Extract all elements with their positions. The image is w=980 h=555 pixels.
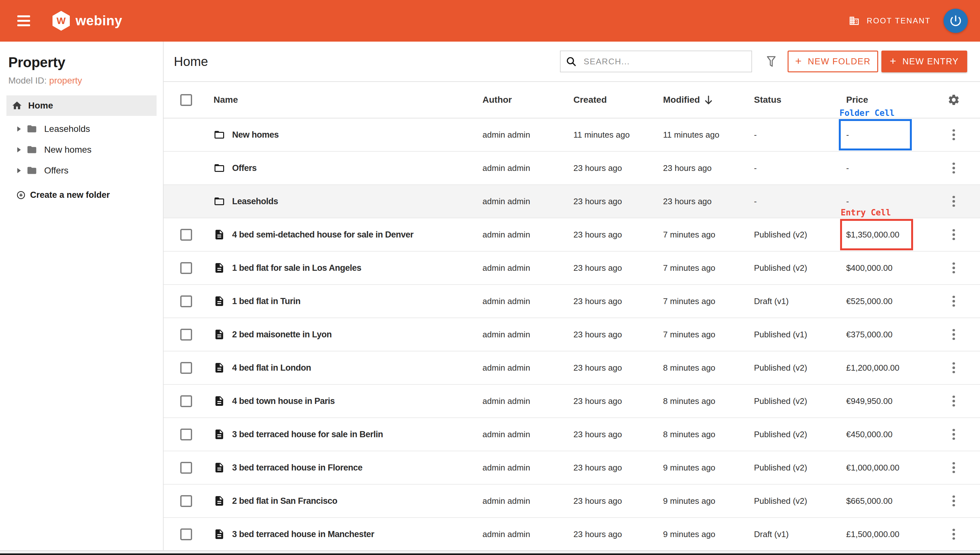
webiny-logo: W webiny [53,11,122,31]
new-folder-button[interactable]: + NEW FOLDER [788,51,878,72]
row-price: £1,200,000.00 [846,363,941,373]
table-row-entry-4[interactable]: 1 bed flat for sale in Los Angelesadmin … [164,252,980,285]
row-actions-menu-button[interactable] [941,328,967,341]
row-modified: 9 minutes ago [663,529,754,539]
create-new-folder-button[interactable]: Create a new folder [0,184,163,205]
expand-arrow-icon[interactable] [17,127,21,132]
row-author: admin admin [483,529,573,539]
table-row-entry-6[interactable]: 2 bed maisonette in Lyonadmin admin23 ho… [164,318,980,351]
sidebar-folder-leaseholds[interactable]: Leaseholds [0,119,163,139]
row-modified: 8 minutes ago [663,430,754,440]
user-avatar[interactable] [943,9,968,33]
row-actions-menu-button[interactable] [941,162,967,175]
search-icon [565,55,577,67]
kebab-icon [953,428,955,441]
entry-cell-annotation-label: Entry Cell [841,208,891,217]
row-actions-menu-button[interactable] [941,361,967,374]
filter-button[interactable] [765,55,777,68]
row-name: 2 bed flat in San Francisco [232,496,337,506]
row-status: - [754,130,846,140]
sidebar-folder-new-homes[interactable]: New homes [0,139,163,160]
search-input[interactable] [584,57,737,67]
row-checkbox[interactable] [180,362,192,374]
row-checkbox[interactable] [180,395,192,407]
row-checkbox[interactable] [180,229,192,241]
select-all-checkbox[interactable] [180,94,192,106]
sidebar-item-home[interactable]: Home [6,95,157,116]
row-price: - [846,197,941,207]
search-box[interactable] [560,51,752,72]
row-checkbox[interactable] [180,428,192,440]
row-status: - [754,163,846,173]
table-row-entry-9[interactable]: 3 bed terraced house for sale in Berlina… [164,418,980,451]
column-header-price[interactable]: Price [846,95,941,105]
row-actions-menu-button[interactable] [941,228,967,241]
model-id-link[interactable]: property [49,75,82,85]
folder-icon [27,124,37,134]
row-checkbox[interactable] [180,495,192,507]
new-entry-button[interactable]: + NEW ENTRY [881,51,967,72]
row-actions-menu-button[interactable] [941,295,967,308]
row-author: admin admin [483,230,573,240]
column-header-author[interactable]: Author [483,95,573,105]
row-actions-menu-button[interactable] [941,261,967,274]
sidebar-folder-offers[interactable]: Offers [0,160,163,181]
expand-arrow-icon[interactable] [17,168,21,173]
column-header-name[interactable]: Name [213,95,483,105]
tenant-label: ROOT TENANT [867,16,931,25]
row-checkbox[interactable] [180,329,192,340]
row-name: 4 bed semi-detached house for sale in De… [232,230,413,240]
row-actions-menu-button[interactable] [941,128,967,141]
table-row-entry-11[interactable]: 2 bed flat in San Franciscoadmin admin23… [164,484,980,518]
row-checkbox[interactable] [180,462,192,474]
row-created: 23 hours ago [573,529,663,539]
kebab-icon [953,494,955,507]
table-row-entry-12[interactable]: 3 bed terraced house in Manchesteradmin … [164,518,980,551]
row-modified: 8 minutes ago [663,363,754,373]
row-name: New homes [232,130,279,140]
kebab-icon [953,295,955,308]
document-icon [213,428,225,440]
row-actions-menu-button[interactable] [941,528,967,541]
sort-descending-arrow-icon [704,95,713,105]
column-header-modified[interactable]: Modified [663,95,754,105]
row-actions-menu-button[interactable] [941,494,967,507]
row-status: Published (v2) [754,430,846,440]
table-row-entry-10[interactable]: 3 bed terraced house in Florenceadmin ad… [164,451,980,484]
row-actions-menu-button[interactable] [941,195,967,208]
expand-arrow-icon[interactable] [17,147,21,152]
folder-cell-annotation-box [839,119,912,151]
row-actions-menu-button[interactable] [941,461,967,474]
tenant-selector[interactable]: ROOT TENANT [849,15,931,26]
row-author: admin admin [483,363,573,373]
model-title: Property [8,55,163,71]
row-name: 1 bed flat in Turin [232,297,301,306]
row-created: 23 hours ago [573,163,663,173]
hamburger-menu-icon[interactable] [17,15,30,26]
home-icon [11,100,22,111]
row-status: Published (v2) [754,230,846,240]
table-row-folder-1[interactable]: Offersadmin admin23 hours ago23 hours ag… [164,152,980,185]
row-status: - [754,197,846,207]
row-name: Leaseholds [232,197,278,207]
building-icon [849,15,860,26]
row-checkbox[interactable] [180,295,192,307]
kebab-icon [953,395,955,407]
row-created: 23 hours ago [573,363,663,373]
bottom-strip [0,550,980,553]
row-actions-menu-button[interactable] [941,428,967,441]
document-icon [213,395,225,407]
column-header-status[interactable]: Status [754,95,846,105]
row-checkbox[interactable] [180,528,192,540]
table-row-entry-8[interactable]: 4 bed town house in Parisadmin admin23 h… [164,385,980,418]
table-row-entry-7[interactable]: 4 bed flat in Londonadmin admin23 hours … [164,351,980,385]
row-status: Published (v1) [754,330,846,340]
column-header-created[interactable]: Created [573,95,663,105]
row-created: 23 hours ago [573,230,663,240]
document-icon [213,295,225,307]
row-actions-menu-button[interactable] [941,395,967,407]
table-row-entry-5[interactable]: 1 bed flat in Turinadmin admin23 hours a… [164,285,980,318]
table-settings-button[interactable] [941,93,967,106]
content-header: Home + NEW FOLDER + NEW ENT [164,42,980,82]
row-checkbox[interactable] [180,262,192,274]
